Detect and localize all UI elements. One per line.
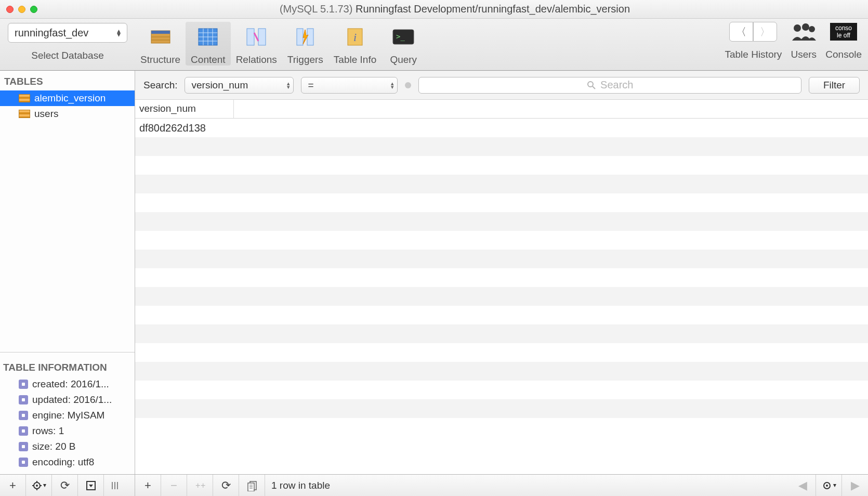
- refresh-icon: ⟳: [221, 479, 231, 492]
- svg-point-48: [826, 485, 828, 487]
- bullet-icon: [19, 411, 28, 420]
- svg-point-22: [809, 26, 815, 32]
- svg-point-26: [588, 82, 593, 87]
- search-field-value: version_num: [191, 80, 248, 91]
- pagination-button[interactable]: [239, 475, 265, 497]
- status-text: 1 row in table: [265, 480, 790, 491]
- table-name: users: [34, 108, 58, 120]
- add-row-button[interactable]: +: [135, 475, 161, 497]
- bottom-bar: + ⟳ + − ++ ⟳ 1 row in table ◀ ▶: [0, 474, 868, 496]
- minimize-icon[interactable]: [18, 6, 25, 13]
- filter-button[interactable]: Filter: [809, 77, 860, 94]
- tab-tableinfo[interactable]: i Table Info: [328, 22, 382, 66]
- users-button[interactable]: Users: [787, 22, 820, 60]
- add-table-button[interactable]: +: [0, 475, 26, 497]
- database-selector-value: runningfast_dev: [15, 27, 88, 39]
- empty-row: [135, 362, 868, 381]
- history-back-button[interactable]: 〈: [729, 22, 753, 42]
- svg-marker-34: [43, 484, 46, 487]
- history-forward-button[interactable]: 〉: [753, 22, 777, 42]
- title-path: Runningfast Development/runningfast_dev/…: [356, 3, 630, 15]
- window-controls: [6, 6, 37, 13]
- table-history-nav: 〈 〉 Table History: [725, 22, 782, 60]
- table-item-alembic-version[interactable]: alembic_version: [0, 90, 135, 106]
- database-selector-label: Select Database: [31, 50, 103, 61]
- sidebar-toggle-button[interactable]: [104, 475, 126, 497]
- tableinfo-icon: i: [338, 22, 372, 52]
- empty-row: [135, 137, 868, 156]
- titlebar: (MySQL 5.1.73) Runningfast Development/r…: [0, 0, 868, 19]
- zoom-icon[interactable]: [30, 6, 37, 13]
- duplicate-icon: ++: [194, 480, 206, 491]
- svg-text:i: i: [353, 31, 357, 44]
- table-item-users[interactable]: users: [0, 106, 135, 122]
- page-icon: [246, 480, 258, 491]
- reload-button[interactable]: ⟳: [213, 475, 239, 497]
- toggle-info-button[interactable]: [78, 475, 104, 497]
- svg-rect-12: [258, 29, 266, 45]
- users-icon: [787, 22, 820, 42]
- svg-marker-49: [833, 484, 836, 487]
- gear-icon: [822, 480, 836, 491]
- triggers-icon: [288, 22, 322, 52]
- toolbar: runningfast_dev ▴▾ Select Database Struc…: [0, 19, 868, 71]
- tab-structure[interactable]: Structure: [135, 22, 186, 66]
- tab-label: Table Info: [334, 54, 376, 66]
- refresh-icon: ⟳: [60, 479, 70, 492]
- query-icon: >_: [387, 22, 420, 52]
- search-operator-selector[interactable]: = ▴▾: [301, 77, 398, 94]
- svg-text:+: +: [195, 481, 200, 490]
- search-label: Search:: [143, 80, 177, 91]
- info-created: created: 2016/1...: [3, 376, 131, 392]
- prev-page-button[interactable]: ◀: [790, 475, 816, 497]
- svg-point-29: [36, 485, 38, 487]
- triangle-right-icon: ▶: [851, 479, 860, 492]
- bullet-icon: [19, 442, 28, 451]
- console-button[interactable]: console off Console: [825, 22, 862, 60]
- search-input[interactable]: Search: [418, 77, 801, 94]
- gear-icon: [32, 480, 46, 491]
- next-page-button[interactable]: ▶: [842, 475, 868, 497]
- close-icon[interactable]: [6, 6, 14, 13]
- svg-text:+: +: [201, 481, 205, 490]
- tab-content[interactable]: Content: [186, 22, 231, 66]
- stepper-icon: ▴▾: [287, 82, 290, 89]
- table-icon: [19, 94, 30, 102]
- svg-rect-13: [297, 29, 303, 45]
- bullet-icon: [19, 380, 28, 389]
- svg-marker-36: [89, 485, 93, 487]
- tab-triggers[interactable]: Triggers: [282, 22, 328, 66]
- bullet-icon: [19, 458, 28, 467]
- gear-menu-button[interactable]: [26, 475, 52, 497]
- info-engine: engine: MyISAM: [3, 408, 131, 423]
- empty-row: [135, 268, 868, 287]
- table-row[interactable]: df80d262d138: [135, 119, 868, 137]
- svg-point-21: [802, 23, 809, 31]
- table-name: alembic_version: [34, 93, 106, 104]
- content-icon: [191, 22, 225, 52]
- remove-row-button[interactable]: −: [161, 475, 187, 497]
- filter-label: Filter: [823, 80, 845, 91]
- plus-icon: +: [9, 479, 16, 492]
- svg-rect-43: [248, 483, 254, 491]
- svg-text:le off: le off: [837, 32, 850, 39]
- refresh-button[interactable]: ⟳: [52, 475, 78, 497]
- main-content: Search: version_num ▴▾ = ▴▾ Search Filte…: [135, 71, 868, 474]
- empty-row: [135, 175, 868, 193]
- empty-row: [135, 231, 868, 250]
- cell[interactable]: df80d262d138: [135, 122, 234, 134]
- info-encoding: encoding: utf8: [3, 454, 131, 470]
- database-selector[interactable]: runningfast_dev ▴▾: [8, 23, 127, 43]
- toolbar-tabs: Structure Content Relations Triggers i T…: [135, 19, 725, 66]
- duplicate-row-button[interactable]: ++: [187, 475, 213, 497]
- triangle-left-icon: ◀: [798, 479, 807, 492]
- column-header-version-num[interactable]: version_num: [135, 100, 234, 118]
- page-gear-button[interactable]: [816, 475, 842, 497]
- title-prefix: (MySQL 5.1.73): [280, 3, 356, 15]
- search-field-selector[interactable]: version_num ▴▾: [185, 77, 294, 94]
- tab-label: Content: [191, 54, 226, 66]
- tab-label: Query: [390, 54, 417, 66]
- columns-icon: [110, 480, 120, 491]
- tab-relations[interactable]: Relations: [231, 22, 282, 66]
- tab-query[interactable]: >_ Query: [382, 22, 425, 66]
